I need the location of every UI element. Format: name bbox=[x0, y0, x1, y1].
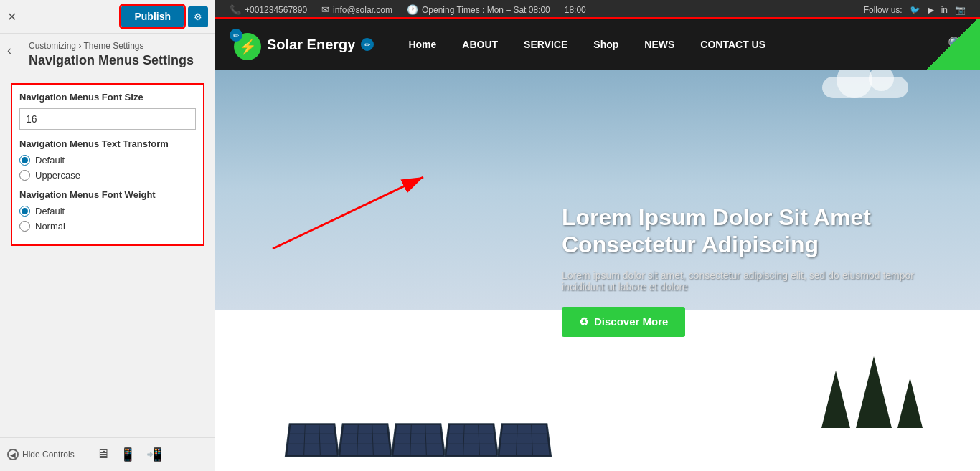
panel-1 bbox=[285, 423, 340, 457]
nav-home[interactable]: Home bbox=[395, 19, 449, 70]
font-size-label: Navigation Menus Font Size bbox=[19, 92, 196, 103]
customizing-link[interactable]: Customizing bbox=[29, 41, 76, 51]
font-weight-label: Navigation Menus Font Weight bbox=[19, 189, 196, 200]
tree-2 bbox=[856, 356, 892, 428]
site-top-bar-right: Follow us: 🐦 ▶ in 📷 bbox=[864, 5, 966, 15]
tree-3 bbox=[897, 378, 923, 428]
font-weight-normal-radio[interactable] bbox=[19, 221, 30, 232]
phone-text: +001234567890 bbox=[245, 5, 307, 15]
site-top-bar-left: 📞 +001234567890 ✉ info@solar.com 🕐 Openi… bbox=[230, 4, 586, 15]
hero-title: Lorem Ipsum Dolor Sit Amet Consectetur A… bbox=[562, 204, 920, 259]
top-bar: ✕ Publish ⚙ bbox=[0, 0, 215, 34]
hide-icon: ◀ bbox=[7, 449, 19, 460]
logo-pencil-left[interactable]: ✏ bbox=[230, 29, 242, 42]
font-weight-section: Navigation Menus Font Weight Default Nor… bbox=[19, 189, 196, 232]
mobile-icon[interactable]: 📲 bbox=[146, 447, 162, 462]
twitter-icon[interactable]: 🐦 bbox=[910, 5, 920, 15]
font-weight-default-radio[interactable] bbox=[19, 206, 30, 217]
device-icons: 🖥 📱 📲 bbox=[96, 447, 162, 462]
site-preview: 📞 +001234567890 ✉ info@solar.com 🕐 Openi… bbox=[215, 0, 980, 471]
font-weight-options: Default Normal bbox=[19, 206, 196, 232]
email-icon: ✉ bbox=[321, 4, 329, 15]
nav-about[interactable]: ABOUT bbox=[449, 19, 511, 70]
email-item: ✉ info@solar.com bbox=[321, 4, 392, 15]
theme-settings-link[interactable]: Theme Settings bbox=[84, 41, 144, 51]
text-transform-uppercase-radio[interactable] bbox=[19, 170, 30, 181]
back-button[interactable]: ‹ bbox=[7, 43, 11, 58]
nav-menus-control-box: Navigation Menus Font Size Navigation Me… bbox=[11, 83, 204, 246]
hero-subtitle: Lorem ipsum dolor sit amet, consectetur … bbox=[562, 270, 920, 292]
panel-4 bbox=[444, 423, 499, 457]
opening-times-item: 🕐 Opening Times : Mon – Sat 08:00 bbox=[407, 4, 550, 15]
close-button[interactable]: ✕ bbox=[7, 10, 17, 24]
instagram-icon[interactable]: 📷 bbox=[955, 5, 966, 15]
breadcrumb: Customizing › Theme Settings bbox=[29, 41, 204, 51]
site-navigation: ✏ ⚡ Solar Energy ✏ Home ABOUT SERVICE Sh… bbox=[215, 19, 980, 70]
cloud bbox=[822, 77, 908, 98]
nav-contact[interactable]: CONTACT US bbox=[687, 19, 778, 70]
font-weight-normal[interactable]: Normal bbox=[19, 221, 196, 232]
time-overflow: 18:00 bbox=[565, 5, 586, 15]
bottom-bar: ◀ Hide Controls 🖥 📱 📲 bbox=[0, 437, 215, 471]
youtube-icon[interactable]: ▶ bbox=[928, 5, 934, 15]
phone-icon: 📞 bbox=[230, 4, 241, 15]
solar-panels bbox=[215, 328, 980, 471]
follow-us-label: Follow us: bbox=[864, 5, 903, 15]
font-weight-normal-label: Normal bbox=[35, 221, 65, 232]
gear-button[interactable]: ⚙ bbox=[188, 6, 208, 27]
text-transform-default-radio[interactable] bbox=[19, 155, 30, 166]
text-transform-options: Default Uppercase bbox=[19, 155, 196, 181]
logo-icon-wrap: ✏ ⚡ bbox=[230, 29, 261, 60]
text-transform-section: Navigation Menus Text Transform Default … bbox=[19, 138, 196, 181]
tablet-icon[interactable]: 📱 bbox=[120, 447, 136, 462]
discover-more-button[interactable]: ♻ Discover More bbox=[562, 307, 685, 337]
site-logo: ✏ ⚡ Solar Energy ✏ bbox=[230, 29, 374, 60]
panel-grid bbox=[287, 421, 550, 457]
panel-5 bbox=[497, 423, 552, 457]
font-weight-default[interactable]: Default bbox=[19, 206, 196, 217]
hide-controls-label: Hide Controls bbox=[22, 449, 75, 460]
publish-area: Publish ⚙ bbox=[121, 6, 208, 27]
customizer-panel: ✕ Publish ⚙ ‹ Customizing › Theme Settin… bbox=[0, 0, 215, 471]
discover-label: Discover More bbox=[594, 315, 668, 328]
nav-shop[interactable]: Shop bbox=[580, 19, 631, 70]
clouds bbox=[822, 77, 908, 98]
nav-news[interactable]: NEWS bbox=[631, 19, 687, 70]
hero-section: Lorem Ipsum Dolor Sit Amet Consectetur A… bbox=[215, 70, 980, 471]
text-transform-uppercase-label: Uppercase bbox=[35, 170, 80, 181]
hide-controls-button[interactable]: ◀ Hide Controls bbox=[7, 449, 75, 460]
hero-content: Lorem Ipsum Dolor Sit Amet Consectetur A… bbox=[562, 204, 920, 337]
search-icon[interactable]: 🔍 bbox=[948, 36, 966, 53]
email-text: info@solar.com bbox=[333, 5, 392, 15]
clock-icon: 🕐 bbox=[407, 4, 418, 15]
discover-icon: ♻ bbox=[579, 315, 588, 328]
text-transform-default[interactable]: Default bbox=[19, 155, 196, 166]
tree-1 bbox=[821, 371, 850, 428]
breadcrumb-area: ‹ Customizing › Theme Settings Navigatio… bbox=[0, 34, 215, 72]
text-transform-uppercase[interactable]: Uppercase bbox=[19, 170, 196, 181]
text-transform-label: Navigation Menus Text Transform bbox=[19, 138, 196, 149]
site-top-bar: 📞 +001234567890 ✉ info@solar.com 🕐 Openi… bbox=[215, 0, 980, 19]
trees bbox=[821, 356, 923, 428]
panel-3 bbox=[391, 423, 446, 457]
page-title: Navigation Menus Settings bbox=[29, 53, 204, 68]
text-transform-default-label: Default bbox=[35, 155, 65, 166]
logo-pencil-right[interactable]: ✏ bbox=[361, 38, 374, 51]
site-name: Solar Energy bbox=[267, 37, 355, 53]
opening-times-text: Opening Times : Mon – Sat 08:00 bbox=[422, 5, 550, 15]
nav-menu: Home ABOUT SERVICE Shop NEWS CONTACT US bbox=[395, 19, 948, 70]
font-weight-default-label: Default bbox=[35, 206, 65, 217]
font-size-input[interactable] bbox=[19, 108, 196, 130]
nav-service[interactable]: SERVICE bbox=[511, 19, 580, 70]
publish-button[interactable]: Publish bbox=[121, 6, 184, 27]
panel-2 bbox=[338, 423, 393, 457]
breadcrumb-separator: › bbox=[78, 41, 83, 51]
phone-item: 📞 +001234567890 bbox=[230, 4, 307, 15]
desktop-icon[interactable]: 🖥 bbox=[96, 447, 109, 462]
linkedin-icon[interactable]: in bbox=[941, 5, 948, 15]
controls-panel: Navigation Menus Font Size Navigation Me… bbox=[0, 72, 215, 437]
